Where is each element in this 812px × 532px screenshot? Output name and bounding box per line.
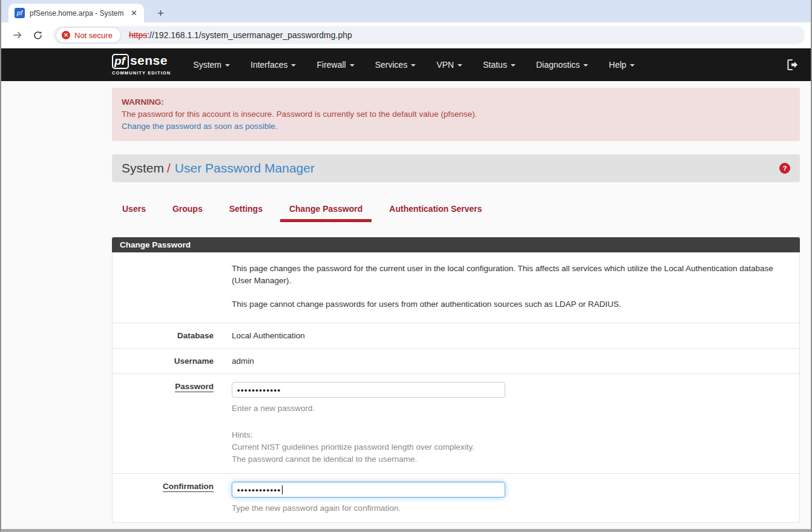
password-help-text: Enter a new password.: [232, 402, 790, 415]
chevron-down-icon: [291, 64, 296, 67]
username-value: admin: [232, 356, 254, 366]
confirmation-row: Confirmation •••••••••••• Type the new p…: [113, 473, 799, 522]
panel-title: Change Password: [112, 237, 800, 252]
password-warning-alert: WARNING: The password for this account i…: [112, 88, 800, 141]
chevron-down-icon: [411, 64, 416, 67]
confirmation-help-text: Type the new password again for confirma…: [232, 502, 790, 514]
username-row: Username admin: [113, 348, 799, 373]
tab-bar: Users Groups Settings Change Password Au…: [112, 198, 800, 222]
browser-window: pf pfSense.home.arpa - System: Us ✕ + ✕ …: [0, 0, 812, 532]
page-title: User Password Manager: [175, 161, 315, 176]
address-bar[interactable]: ✕ Not secure https://192.168.1.1/system_…: [53, 26, 805, 44]
tab-authentication-servers[interactable]: Authentication Servers: [380, 198, 491, 222]
reload-icon[interactable]: [33, 30, 43, 41]
chevron-down-icon: [511, 64, 516, 67]
menu-vpn[interactable]: VPN: [426, 54, 473, 76]
main-menu: System Interfaces Firewall Services VPN …: [183, 54, 645, 76]
menu-help[interactable]: Help: [598, 54, 645, 76]
confirmation-input[interactable]: ••••••••••••: [232, 482, 505, 498]
window-bottom-edge: [1, 529, 811, 532]
url-path: ://192.168.1.1/system_usermanager_passwo…: [147, 30, 352, 40]
page-content: WARNING: The password for this account i…: [1, 88, 811, 510]
menu-status[interactable]: Status: [473, 54, 526, 76]
menu-interfaces-label: Interfaces: [250, 60, 287, 70]
logo-sense-text: sense: [130, 54, 168, 67]
menu-firewall[interactable]: Firewall: [306, 54, 364, 76]
menu-system-label: System: [193, 60, 221, 70]
warning-title: WARNING:: [122, 96, 790, 108]
description-paragraph-2: This page cannot change passwords for us…: [232, 298, 790, 310]
menu-services[interactable]: Services: [365, 54, 427, 76]
forward-icon[interactable]: [12, 30, 23, 41]
confirmation-masked-value: ••••••••••••: [237, 486, 281, 494]
menu-interfaces[interactable]: Interfaces: [240, 54, 306, 76]
hint-nist: Current NIST guidelines prioritize passw…: [232, 441, 790, 453]
logo-edition-text: COMMUNITY EDITION: [112, 71, 171, 76]
help-icon[interactable]: ?: [779, 163, 790, 174]
menu-services-label: Services: [375, 60, 408, 70]
confirmation-label: Confirmation: [163, 482, 214, 492]
browser-tab-strip: pf pfSense.home.arpa - System: Us ✕ +: [1, 0, 811, 22]
menu-status-label: Status: [483, 60, 507, 70]
menu-help-label: Help: [609, 60, 626, 70]
new-tab-button[interactable]: +: [154, 4, 168, 22]
logo-pf-mark: pf: [112, 54, 129, 69]
hints-title: Hints:: [232, 429, 790, 441]
chevron-down-icon: [457, 64, 462, 67]
description-row: This page changes the password for the c…: [113, 252, 799, 323]
chevron-down-icon: [630, 64, 635, 67]
description-paragraph-1: This page changes the password for the c…: [232, 263, 790, 287]
change-password-panel: Change Password This page changes the pa…: [112, 237, 800, 523]
hint-identical: The password cannot be identical to the …: [232, 453, 790, 465]
password-input[interactable]: ••••••••••••: [232, 382, 505, 398]
chevron-down-icon: [350, 64, 355, 67]
warning-message: The password for this account is insecur…: [122, 108, 790, 120]
not-secure-icon: ✕: [62, 31, 70, 39]
pfsense-logo[interactable]: pf sense COMMUNITY EDITION: [112, 54, 171, 76]
breadcrumb-section: System: [122, 161, 164, 176]
menu-diagnostics[interactable]: Diagnostics: [526, 54, 598, 76]
database-label: Database: [113, 323, 232, 348]
menu-firewall-label: Firewall: [316, 60, 345, 70]
password-hints: Hints: Current NIST guidelines prioritiz…: [232, 429, 790, 465]
pfsense-favicon: pf: [15, 8, 25, 18]
change-password-link[interactable]: Change the password as soon as possible.: [122, 120, 790, 133]
not-secure-chip[interactable]: ✕ Not secure: [56, 28, 120, 42]
username-label: Username: [113, 349, 232, 373]
not-secure-label: Not secure: [74, 31, 113, 40]
database-row: Database Local Authentication: [113, 323, 799, 348]
chevron-down-icon: [583, 64, 588, 67]
url-scheme-struck: https: [129, 30, 147, 40]
url-text: https://192.168.1.1/system_usermanager_p…: [129, 30, 352, 40]
password-row: Password •••••••••••• Enter a new passwo…: [113, 373, 799, 473]
password-masked-value: ••••••••••••: [237, 386, 281, 394]
breadcrumb: System / User Password Manager ?: [112, 154, 800, 182]
breadcrumb-separator: /: [167, 161, 171, 176]
tab-users[interactable]: Users: [113, 198, 155, 222]
browser-tab[interactable]: pf pfSense.home.arpa - System: Us ✕: [8, 4, 144, 22]
menu-system[interactable]: System: [183, 54, 240, 76]
tab-groups[interactable]: Groups: [163, 198, 212, 222]
text-cursor: [282, 485, 283, 494]
menu-vpn-label: VPN: [436, 60, 454, 70]
chevron-down-icon: [225, 64, 230, 67]
password-label: Password: [175, 382, 214, 392]
tab-title: pfSense.home.arpa - System: Us: [30, 9, 124, 18]
tab-change-password[interactable]: Change Password: [280, 198, 372, 222]
browser-toolbar: ✕ Not secure https://192.168.1.1/system_…: [1, 22, 811, 48]
menu-diagnostics-label: Diagnostics: [536, 60, 580, 70]
pfsense-navbar: pf sense COMMUNITY EDITION System Interf…: [1, 48, 811, 81]
tab-close-icon[interactable]: ✕: [129, 8, 139, 18]
database-value: Local Authentication: [232, 331, 305, 340]
logout-icon[interactable]: [785, 58, 798, 74]
tab-settings[interactable]: Settings: [220, 198, 272, 222]
